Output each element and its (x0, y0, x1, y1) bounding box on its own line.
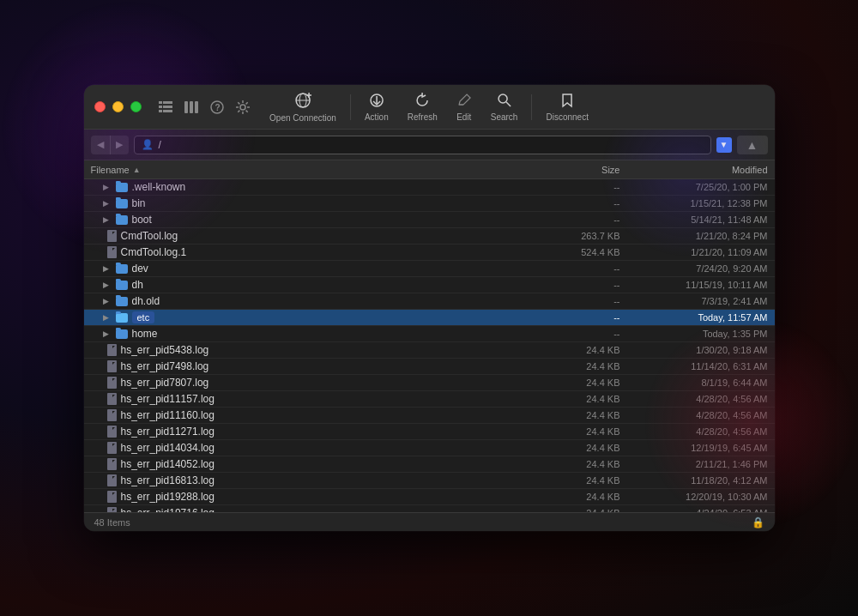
document-icon (107, 507, 117, 512)
column-view-icon[interactable] (181, 97, 202, 118)
document-icon (107, 246, 117, 258)
table-row[interactable]: hs_err_pid14034.log24.4 KB12/19/19, 6:45… (84, 440, 775, 456)
path-text: / (159, 139, 161, 151)
file-modified-text: Today, 11:57 AM (631, 312, 768, 323)
file-name-text: hs_err_pid14034.log (121, 442, 214, 454)
svg-rect-3 (163, 106, 172, 108)
expand-button[interactable]: ▶ (101, 280, 112, 290)
disconnect-button[interactable]: Disconnect (537, 89, 596, 125)
size-column-header[interactable]: Size (553, 165, 631, 175)
svg-point-28 (498, 94, 507, 103)
expand-button[interactable]: ▶ (101, 329, 112, 339)
search-label: Search (491, 112, 518, 122)
table-row[interactable]: hs_err_pid11157.log24.4 KB4/28/20, 4:56 … (84, 391, 775, 408)
table-row[interactable]: hs_err_pid16813.log24.4 KB11/18/20, 4:12… (84, 473, 775, 489)
edit-button[interactable]: Edit (448, 89, 480, 125)
file-list[interactable]: ▶.well-known--7/25/20, 1:00 PM▶bin--1/15… (84, 179, 775, 512)
expand-button[interactable]: ▶ (101, 263, 112, 274)
help-icon[interactable]: ? (207, 97, 227, 118)
table-row[interactable]: hs_err_pid11271.log24.4 KB4/28/20, 4:56 … (84, 424, 775, 440)
settings-icon[interactable] (233, 97, 253, 118)
file-size-text: -- (553, 263, 631, 274)
action-button[interactable]: Action (356, 89, 397, 125)
action-label: Action (365, 112, 389, 122)
close-button[interactable] (94, 101, 106, 112)
file-modified-text: 4/28/20, 4:56 AM (631, 394, 768, 404)
svg-line-16 (238, 102, 239, 104)
expand-button[interactable]: ▶ (101, 312, 112, 323)
expand-button[interactable]: ▶ (101, 182, 112, 192)
table-row[interactable]: hs_err_pid5438.log24.4 KB1/30/20, 9:18 A… (84, 342, 775, 359)
file-size-text: 24.4 KB (553, 345, 631, 355)
table-row[interactable]: ▶dh.old--7/3/19, 2:41 AM (84, 293, 775, 310)
file-size-text: 24.4 KB (553, 377, 631, 388)
expand-button (93, 475, 103, 486)
document-icon (107, 230, 117, 242)
file-size-text: 24.4 KB (553, 475, 631, 486)
minimize-button[interactable] (112, 101, 124, 112)
search-button[interactable]: Search (482, 89, 527, 125)
table-row[interactable]: hs_err_pid7807.log24.4 KB8/1/19, 6:44 AM (84, 375, 775, 391)
file-name-text: hs_err_pid5438.log (121, 344, 209, 356)
action-icon (369, 93, 384, 111)
refresh-button[interactable]: Refresh (399, 89, 446, 125)
table-row[interactable]: ▶bin--1/15/21, 12:38 PM (84, 196, 775, 212)
modified-column-header[interactable]: Modified (631, 165, 768, 175)
forward-button[interactable]: ▶ (110, 136, 129, 154)
titlebar-tools: ? (155, 97, 253, 118)
table-row[interactable]: hs_err_pid19288.log24.4 KB12/20/19, 10:3… (84, 489, 775, 505)
edit-label: Edit (456, 112, 471, 122)
document-icon (107, 377, 117, 389)
folder-icon (116, 297, 128, 306)
addressbar: ◀ ▶ 👤 / ▼ ▲ (84, 130, 775, 160)
expand-button (93, 231, 103, 241)
expand-button[interactable]: ▶ (101, 296, 112, 306)
table-row[interactable]: CmdTool.log.1524.4 KB1/21/20, 11:09 AM (84, 245, 775, 261)
svg-line-19 (238, 110, 239, 112)
file-size-text: -- (553, 329, 631, 339)
expand-button (93, 443, 103, 453)
file-name-text: boot (132, 214, 152, 226)
table-row[interactable]: hs_err_pid11160.log24.4 KB4/28/20, 4:56 … (84, 408, 775, 424)
table-row[interactable]: hs_err_pid19716.log24.4 KB4/24/20, 6:53 … (84, 505, 775, 512)
finder-window: ? (84, 85, 775, 531)
svg-line-17 (245, 110, 247, 112)
expand-button[interactable]: ▶ (101, 198, 112, 208)
file-name-text: CmdTool.log (121, 230, 178, 242)
address-action-button[interactable]: ▲ (737, 136, 768, 154)
svg-rect-4 (159, 110, 162, 112)
disconnect-label: Disconnect (546, 112, 588, 122)
file-name-text: hs_err_pid11160.log (121, 409, 214, 421)
maximize-button[interactable] (130, 101, 142, 112)
table-row[interactable]: ▶home--Today, 1:35 PM (84, 326, 775, 342)
folder-icon (116, 313, 128, 323)
table-row[interactable]: hs_err_pid7498.log24.4 KB11/14/20, 6:31 … (84, 359, 775, 375)
file-modified-text: 11/15/19, 10:11 AM (631, 280, 768, 290)
filename-column-header[interactable]: Filename ▲ (91, 165, 553, 175)
table-row[interactable]: ▶boot--5/14/21, 11:48 AM (84, 212, 775, 228)
search-icon (497, 93, 512, 111)
file-name-text: bin (132, 197, 146, 209)
file-size-text: 24.4 KB (553, 410, 631, 420)
items-count: 48 Items (94, 517, 130, 528)
table-row[interactable]: ▶dev--7/24/20, 9:20 AM (84, 261, 775, 277)
file-name-text: dh (132, 279, 143, 291)
table-row[interactable]: ▶etc--Today, 11:57 AM (84, 310, 775, 326)
table-row[interactable]: CmdTool.log263.7 KB1/21/20, 8:24 PM (84, 228, 775, 245)
file-modified-text: 7/24/20, 9:20 AM (631, 263, 768, 274)
expand-button[interactable]: ▶ (101, 214, 112, 225)
table-row[interactable]: ▶.well-known--7/25/20, 1:00 PM (84, 179, 775, 196)
sort-arrow-icon: ▲ (133, 166, 141, 174)
folder-icon (116, 281, 128, 290)
table-row[interactable]: hs_err_pid14052.log24.4 KB2/11/21, 1:46 … (84, 456, 775, 473)
open-connection-button[interactable]: Open Connection (261, 88, 345, 126)
svg-rect-7 (190, 101, 193, 113)
table-row[interactable]: ▶dh--11/15/19, 10:11 AM (84, 277, 775, 293)
file-name-text: etc (132, 311, 155, 323)
list-view-icon[interactable] (155, 97, 176, 118)
back-button[interactable]: ◀ (91, 136, 110, 154)
path-dropdown-button[interactable]: ▼ (716, 137, 732, 153)
file-size-text: 24.4 KB (553, 492, 631, 502)
file-modified-text: 11/14/20, 6:31 AM (631, 361, 768, 371)
address-field[interactable]: 👤 / (134, 136, 711, 154)
